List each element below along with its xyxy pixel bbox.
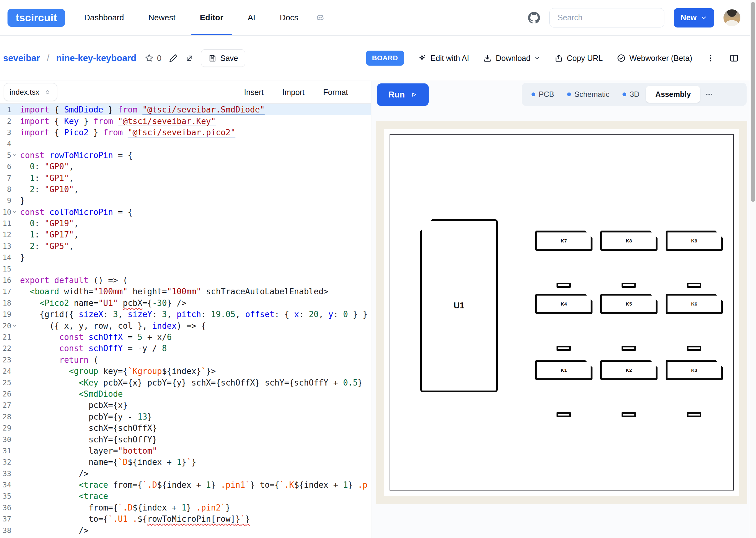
code-line[interactable]: 16export default () => ( xyxy=(0,275,371,286)
code-line[interactable]: 38 /> xyxy=(0,524,371,536)
code-line[interactable]: 11 0: "GP19", xyxy=(0,218,371,229)
nav-item-ai[interactable]: AI xyxy=(235,0,268,35)
code-line[interactable]: 31 layer="bottom" xyxy=(0,445,371,457)
assembly-diode[interactable] xyxy=(556,412,571,417)
code-line[interactable]: 29 schX={schOffX} xyxy=(0,422,371,434)
code-line[interactable]: 9} xyxy=(0,195,371,206)
assembly-key-k1[interactable]: K1 xyxy=(535,360,593,380)
file-selector[interactable]: index.tsx xyxy=(4,83,57,101)
search-input[interactable] xyxy=(549,8,665,27)
download-button[interactable]: Download xyxy=(483,53,540,63)
star-group[interactable]: 0 xyxy=(145,53,161,63)
code-line[interactable]: 26 <SmdDiode xyxy=(0,388,371,400)
assembly-diode[interactable] xyxy=(621,283,636,288)
discord-icon[interactable] xyxy=(315,13,325,23)
code-line[interactable]: 2import { Key } from "@tsci/seveibar.Key… xyxy=(0,115,371,127)
assembly-key-k6[interactable]: K6 xyxy=(666,294,723,314)
fold-chevron-icon[interactable] xyxy=(11,152,18,158)
code-line[interactable]: 35 <trace xyxy=(0,491,371,502)
code-line[interactable]: 33 /> xyxy=(0,468,371,479)
assembly-key-k4[interactable]: K4 xyxy=(535,294,593,314)
edit-with-ai-button[interactable]: Edit with AI xyxy=(418,53,469,63)
code-line[interactable]: 6 0: "GP0", xyxy=(0,161,371,172)
breadcrumb-repo[interactable]: nine-key-keyboard xyxy=(56,53,136,63)
nav-item-newest[interactable]: Newest xyxy=(136,0,188,35)
assembly-diode[interactable] xyxy=(556,346,571,351)
open-external-icon[interactable] xyxy=(185,53,194,63)
code-line[interactable]: 28 pcbY={y - 13} xyxy=(0,411,371,422)
menu-format[interactable]: Format xyxy=(323,88,348,97)
code-line[interactable]: 15 xyxy=(0,263,371,274)
code-line[interactable]: 8 2: "GP10", xyxy=(0,184,371,195)
kebab-menu-icon[interactable] xyxy=(706,53,715,63)
code-editor[interactable]: 1import { SmdDiode } from "@tsci/seveiba… xyxy=(0,103,371,538)
fold-chevron-icon[interactable] xyxy=(11,323,18,328)
edit-title-button[interactable] xyxy=(168,53,178,63)
code-line[interactable]: 22 const schOffY = -y / 8 xyxy=(0,343,371,354)
code-line[interactable]: 12 1: "GP17", xyxy=(0,229,371,240)
assembly-key-k8[interactable]: K8 xyxy=(600,231,658,251)
menu-import[interactable]: Import xyxy=(282,88,305,97)
assembly-diode[interactable] xyxy=(687,412,701,417)
code-line[interactable]: 37 to={`.U1 .${rowToMicroPin[row]}`} xyxy=(0,513,371,524)
menu-insert[interactable]: Insert xyxy=(244,88,263,97)
tabs-overflow-button[interactable] xyxy=(702,90,716,99)
code-line[interactable]: 19 {grid({ sizeX: 3, sizeY: 3, pitch: 19… xyxy=(0,309,371,320)
breadcrumb-owner[interactable]: seveibar xyxy=(3,53,40,63)
nav-item-dashboard[interactable]: Dashboard xyxy=(72,0,136,35)
code-line[interactable]: 30 schY={schOffY} xyxy=(0,434,371,445)
code-line[interactable]: 13 2: "GP5", xyxy=(0,241,371,252)
run-button[interactable]: Run xyxy=(377,83,429,106)
code-line[interactable]: 24 <group key={`Kgroup${index}`}> xyxy=(0,365,371,377)
save-button-label: Save xyxy=(220,54,238,63)
assembly-key-k5[interactable]: K5 xyxy=(600,294,658,314)
new-button-label: New xyxy=(681,13,697,22)
code-line[interactable]: 3import { Pico2 } from "@tsci/seveibar.p… xyxy=(0,127,371,138)
code-line[interactable]: 25 <Key pcbX={x} pcbY={y} schX={schOffX}… xyxy=(0,377,371,388)
code-line[interactable]: 10const colToMicroPin = { xyxy=(0,206,371,218)
assembly-key-k2[interactable]: K2 xyxy=(600,360,658,380)
avatar[interactable] xyxy=(724,9,740,26)
assembly-diode[interactable] xyxy=(687,283,701,288)
code-line[interactable]: 34 <trace from={`.D${index + 1} .pin1`} … xyxy=(0,479,371,491)
page-scrollbar[interactable] xyxy=(750,0,756,538)
code-line[interactable]: 18 <Pico2 name="U1" pcbX={-30} /> xyxy=(0,297,371,309)
code-line[interactable]: 23 return ( xyxy=(0,354,371,365)
tscircuit-logo[interactable]: tscircuit xyxy=(8,9,65,27)
assembly-key-k3[interactable]: K3 xyxy=(666,360,723,380)
board-badge[interactable]: BOARD xyxy=(366,51,404,66)
tab-3d[interactable]: 3D xyxy=(616,90,646,99)
save-button[interactable]: Save xyxy=(201,49,246,67)
assembly-diode[interactable] xyxy=(687,346,701,351)
fold-chevron-icon[interactable] xyxy=(11,209,18,215)
assembly-key-k9[interactable]: K9 xyxy=(666,231,723,251)
copy-url-button[interactable]: Copy URL xyxy=(554,53,603,63)
code-line[interactable]: 4 xyxy=(0,138,371,149)
assembly-diode[interactable] xyxy=(621,346,636,351)
code-line[interactable]: 36 from={`.D${index + 1} .pin2`} xyxy=(0,502,371,513)
code-line[interactable]: 20 ({ x, y, row, col }, index) => { xyxy=(0,320,371,331)
assembly-diode[interactable] xyxy=(556,283,571,288)
assembly-chip-u1[interactable]: U1 xyxy=(420,219,498,392)
code-line[interactable]: 21 const schOffX = 5 + x/6 xyxy=(0,332,371,343)
code-line[interactable]: 17 <board width="100mm" height="100mm" s… xyxy=(0,286,371,297)
tab-assembly[interactable]: Assembly xyxy=(646,86,700,103)
tab-pcb[interactable]: PCB xyxy=(525,90,560,99)
nav-item-docs[interactable]: Docs xyxy=(268,0,311,35)
scrollbar-thumb[interactable] xyxy=(751,2,755,202)
webworker-toggle[interactable]: Webworker (Beta) xyxy=(616,53,692,63)
tab-schematic[interactable]: Schematic xyxy=(560,90,616,99)
code-line[interactable]: 5const rowToMicroPin = { xyxy=(0,150,371,161)
new-button[interactable]: New xyxy=(674,8,714,27)
assembly-key-k7[interactable]: K7 xyxy=(535,231,593,251)
code-line[interactable]: 14} xyxy=(0,252,371,263)
assembly-diode[interactable] xyxy=(621,412,636,417)
code-line[interactable]: 32 name={`D${index + 1}`} xyxy=(0,457,371,468)
github-icon[interactable] xyxy=(528,12,540,24)
nav-item-editor[interactable]: Editor xyxy=(188,0,235,35)
code-line[interactable]: 1import { SmdDiode } from "@tsci/seveiba… xyxy=(0,104,371,115)
code-line[interactable]: 7 1: "GP1", xyxy=(0,172,371,184)
split-view-icon[interactable] xyxy=(729,53,739,63)
code-line[interactable]: 27 pcbX={x} xyxy=(0,400,371,411)
assembly-canvas[interactable]: U1 K7K8K9K4K5K6K1K2K3 xyxy=(389,134,734,491)
